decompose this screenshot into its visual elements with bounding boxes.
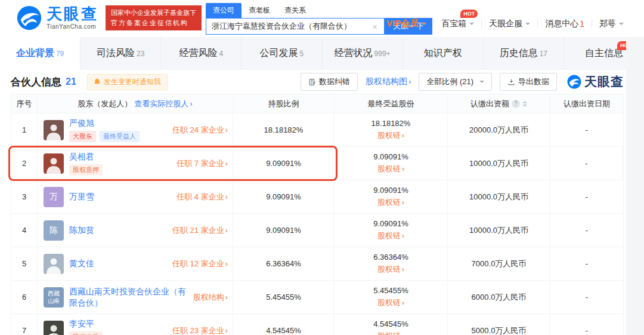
help-icon[interactable]: ? <box>512 100 520 108</box>
tab-count: 79 <box>56 50 64 58</box>
search-tab-relation[interactable]: 查关系 <box>277 3 313 18</box>
positions-link-label: 任职 24 家企业 <box>172 125 224 134</box>
subscribed-amount: 10000.0万人民币 <box>448 214 550 247</box>
tab-label: 历史信息 <box>500 47 538 60</box>
row-number: 2 <box>11 147 38 180</box>
search-input[interactable]: 浙江海宁嘉慧投资合伙企业（有限合伙） × <box>206 18 385 35</box>
tab-4[interactable]: 经营状况999+ <box>323 37 403 70</box>
equity-chain-link[interactable]: 股权链› <box>377 230 404 241</box>
export-data-label: 导出数据 <box>518 76 549 87</box>
sort-icon[interactable] <box>522 101 527 107</box>
download-icon <box>507 78 515 86</box>
equity-chain-link[interactable]: 股权链› <box>377 197 404 208</box>
equity-chain-link[interactable]: 股权链› <box>377 331 404 335</box>
message-center-menu[interactable]: 消息中心 1 <box>545 19 584 29</box>
view-actual-controller-label: 查看实际控股人 <box>134 99 188 108</box>
tianyancha-logo-icon <box>17 5 42 30</box>
tab-3[interactable]: 公司发展5 <box>242 37 322 70</box>
shareholding-ratio: 6.36364% <box>233 247 335 280</box>
subscribed-amount: 5000.0万人民币 <box>448 314 550 335</box>
watermark-label: 天眼查 <box>584 73 624 90</box>
tab-count: 4 <box>219 50 223 58</box>
tab-1[interactable]: 司法风险23 <box>80 37 161 70</box>
vip-member-menu[interactable]: VIP会员 <box>386 18 426 29</box>
positions-link[interactable]: 任职 24 家企业› <box>168 125 228 136</box>
clear-search-icon[interactable]: × <box>371 21 379 32</box>
tab-label: 经营状况 <box>335 47 373 60</box>
shareholder-text-avatar[interactable]: 西藏 山南 <box>44 287 64 308</box>
header-date: 认缴出资日期 <box>550 94 623 113</box>
shareholder-photo-avatar[interactable] <box>44 321 64 335</box>
header-amount: 认缴出资额 ? <box>448 94 550 113</box>
brand-logo[interactable]: 天眼查 TianYanCha.com 国家中小企业发展子基金旗下 官方备案企业征… <box>17 5 202 30</box>
search-tab-company[interactable]: 查公司 <box>206 3 242 18</box>
equity-chain-link[interactable]: 股权链› <box>377 164 404 174</box>
tianyancha-logo-icon <box>567 75 581 89</box>
equity-chain-link[interactable]: 股权链› <box>377 130 404 141</box>
shareholder-name-link[interactable]: 严俊旭 <box>69 118 140 129</box>
positions-link[interactable]: 任职 7 家企业› <box>172 158 228 169</box>
brand-name: 天眼查 <box>47 6 98 21</box>
positions-link[interactable]: 任职 21 家企业› <box>168 225 228 236</box>
notify-on-change-button[interactable]: 发生变更时通知我 <box>87 74 168 90</box>
shareholding-ratio: 9.09091% <box>233 180 335 213</box>
benefit-ratio: 4.54545% <box>373 319 408 328</box>
tab-2[interactable]: 经营风险4 <box>161 37 242 70</box>
positions-link[interactable]: 任职 23 家企业› <box>168 325 228 335</box>
benefit-cell: 9.09091% 股权链› <box>335 147 448 180</box>
row-number: 4 <box>11 214 38 247</box>
equity-chain-link[interactable]: 股权链› <box>377 297 404 308</box>
ratio-filter-dropdown[interactable]: 全部比例 (21) <box>419 73 492 91</box>
chevron-right-icon: › <box>402 265 404 273</box>
equity-chain-label: 股权链 <box>377 164 401 173</box>
shareholder-photo-avatar[interactable] <box>44 153 64 174</box>
shareholder-photo-avatar[interactable] <box>44 254 64 274</box>
shareholder-name-link[interactable]: 万里雪 <box>69 191 94 202</box>
chevron-down-icon <box>469 23 474 27</box>
view-actual-controller-link[interactable]: 查看实际控股人› <box>134 99 192 109</box>
shareholder-photo-avatar[interactable] <box>44 120 64 140</box>
tab-6[interactable]: 历史信息17 <box>484 37 564 70</box>
subscribed-date: - <box>550 180 623 213</box>
export-data-button[interactable]: 导出数据 <box>500 73 557 91</box>
shareholder-name-link[interactable]: 李安平 <box>69 318 103 330</box>
data-correction-button[interactable]: 数据纠错 <box>301 73 358 91</box>
shareholder-name-link[interactable]: 黄文佳 <box>69 258 94 269</box>
section-title: 合伙人信息 <box>11 75 61 89</box>
benefit-cell: 6.36364% 股权链› <box>335 247 448 280</box>
tianyancha-watermark: 天眼查 <box>567 73 624 90</box>
shareholder-cell: 万 万里雪 任职 4 家企业› <box>38 180 233 213</box>
shareholder-name-link[interactable]: 陈加贫 <box>69 225 94 236</box>
toolbox-menu[interactable]: HOT 百宝箱 <box>441 19 474 29</box>
shareholder-name-link[interactable]: 西藏山南天时投资合伙企业（有限合伙） <box>69 286 188 309</box>
equity-structure-chart-link[interactable]: 股权结构图› <box>366 76 411 87</box>
positions-link[interactable]: 任职 4 家企业› <box>172 192 228 202</box>
subscribed-date: - <box>550 147 623 180</box>
search-tab-boss[interactable]: 查老板 <box>242 3 277 18</box>
search-input-value: 浙江海宁嘉慧投资合伙企业（有限合伙） <box>212 21 371 32</box>
positions-link[interactable]: 任职 12 家企业› <box>168 259 228 269</box>
chevron-down-icon <box>619 23 624 27</box>
benefit-cell: 9.09091% 股权链› <box>335 214 448 247</box>
shareholder-cell: 李安平 股权出质 任职 23 家企业› <box>38 314 233 335</box>
shareholder-text-avatar[interactable]: 陈 <box>44 220 64 241</box>
chevron-right-icon: › <box>225 293 228 302</box>
enterprise-service-menu[interactable]: 天眼企服 <box>489 19 530 29</box>
shareholder-name-link[interactable]: 吴相君 <box>69 151 103 162</box>
tab-5[interactable]: 知识产权 <box>403 37 484 70</box>
divider <box>434 20 434 27</box>
table-row: 3 万 万里雪 任职 4 家企业› 9.09091% 9.09091% 股权链›… <box>11 180 623 214</box>
positions-link[interactable]: 股权结构› <box>188 292 228 303</box>
tab-0[interactable]: 企业背景79 <box>0 37 80 70</box>
toolbox-label: 百宝箱 <box>441 19 466 29</box>
chevron-right-icon: › <box>225 125 228 134</box>
positions-link-label: 任职 23 家企业 <box>172 326 224 335</box>
shareholder-text-avatar[interactable]: 万 <box>44 187 64 207</box>
header-amount-label: 认缴出资额 <box>470 99 509 109</box>
section-header: 合伙人信息 21 发生变更时通知我 数据纠错 股权结构图› 全部比例 (21) … <box>11 70 624 94</box>
equity-chain-link[interactable]: 股权链› <box>377 264 404 275</box>
chevron-right-icon: › <box>190 99 192 108</box>
chevron-right-icon: › <box>402 164 404 173</box>
user-menu[interactable]: 郑萼 <box>599 19 624 29</box>
equity-chain-label: 股权链 <box>377 298 401 307</box>
